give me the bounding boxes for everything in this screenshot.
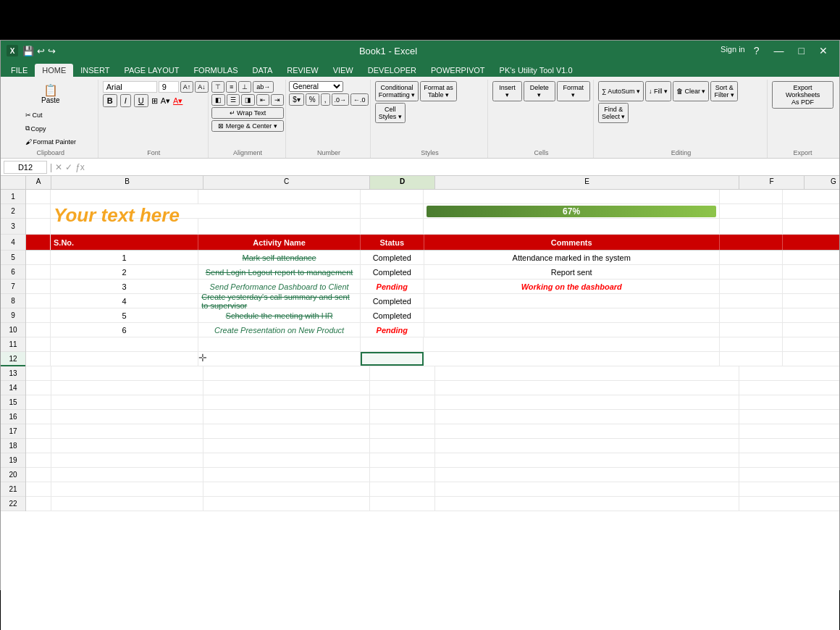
cell-b19[interactable] bbox=[51, 453, 203, 467]
cell-a2[interactable] bbox=[26, 204, 51, 218]
increase-font-button[interactable]: A↑ bbox=[180, 81, 194, 93]
cell-a6[interactable] bbox=[26, 265, 51, 279]
cell-d2-merged[interactable]: 67% bbox=[424, 204, 719, 218]
cell-f3[interactable] bbox=[720, 219, 784, 234]
cell-a3[interactable] bbox=[26, 219, 51, 234]
export-pdf-button[interactable]: Export WorksheetsAs PDF bbox=[772, 81, 833, 109]
cell-a12[interactable] bbox=[26, 352, 51, 366]
tab-developer[interactable]: DEVELOPER bbox=[361, 64, 424, 77]
cell-comment-2[interactable]: Report sent bbox=[424, 265, 720, 279]
cell-b2[interactable]: Your text here bbox=[51, 204, 361, 218]
merge-center-button[interactable]: ⊠ Merge & Center ▾ bbox=[211, 120, 284, 132]
undo-icon[interactable]: ↩ bbox=[37, 46, 45, 56]
cell-g11[interactable] bbox=[783, 337, 839, 351]
cell-sno-6[interactable]: 6 bbox=[51, 323, 198, 337]
cell-c14[interactable] bbox=[203, 381, 370, 395]
cell-f15[interactable] bbox=[739, 395, 805, 409]
cell-a8[interactable] bbox=[26, 294, 51, 308]
minimize-button[interactable]: — bbox=[768, 45, 790, 56]
tab-formulas[interactable]: FORMULAS bbox=[186, 64, 245, 77]
cell-b16[interactable] bbox=[51, 410, 203, 424]
cell-e15[interactable] bbox=[435, 395, 739, 409]
cell-status-1[interactable]: Completed bbox=[361, 251, 424, 264]
sign-in[interactable]: Sign in bbox=[721, 45, 745, 56]
cell-c11[interactable] bbox=[198, 337, 361, 351]
cell-g6[interactable] bbox=[783, 265, 839, 279]
cell-f7[interactable] bbox=[720, 280, 783, 293]
cell-g12[interactable] bbox=[783, 352, 839, 366]
cell-b15[interactable] bbox=[51, 395, 203, 409]
decrease-decimal-button[interactable]: ←.0 bbox=[350, 93, 369, 106]
italic-button[interactable]: I bbox=[120, 94, 131, 107]
cell-b18[interactable] bbox=[51, 439, 203, 453]
cell-g9[interactable] bbox=[783, 308, 839, 322]
tab-powerpivot[interactable]: POWERPIVOT bbox=[424, 64, 492, 77]
confirm-formula-icon[interactable]: ✓ bbox=[65, 162, 72, 172]
save-icon[interactable]: 💾 bbox=[22, 46, 34, 56]
format-painter-button[interactable]: 🖌Format Painter bbox=[22, 136, 80, 148]
cell-e11[interactable] bbox=[424, 337, 719, 351]
cell-comment-6[interactable] bbox=[424, 323, 720, 337]
cell-sno-5[interactable]: 5 bbox=[51, 308, 198, 322]
cell-e1[interactable] bbox=[424, 190, 719, 203]
cell-activity-5[interactable]: Schedule the meeting with HR bbox=[198, 308, 361, 322]
cell-d22[interactable] bbox=[370, 497, 435, 511]
cell-activity-3[interactable]: Send Performance Dashboard to Client bbox=[198, 280, 361, 293]
tab-review[interactable]: REVIEW bbox=[280, 64, 325, 77]
cell-g5[interactable] bbox=[783, 251, 839, 264]
cell-f22[interactable] bbox=[739, 497, 805, 511]
cell-c18[interactable] bbox=[203, 439, 370, 453]
cell-a21[interactable] bbox=[26, 482, 51, 496]
cell-sno-1[interactable]: 1 bbox=[51, 251, 198, 264]
cell-e17[interactable] bbox=[435, 424, 739, 438]
clear-button[interactable]: 🗑 Clear ▾ bbox=[673, 81, 710, 101]
cell-c19[interactable] bbox=[203, 453, 370, 467]
col-header-f[interactable]: F bbox=[739, 176, 805, 189]
cell-d17[interactable] bbox=[370, 424, 435, 438]
tab-view[interactable]: VIEW bbox=[326, 64, 361, 77]
cut-button[interactable]: ✂Cut bbox=[22, 109, 80, 121]
cell-f21[interactable] bbox=[739, 482, 805, 496]
cell-f6[interactable] bbox=[720, 265, 783, 279]
cell-d21[interactable] bbox=[370, 482, 435, 496]
delete-cells-button[interactable]: Delete ▾ bbox=[524, 81, 555, 101]
underline-button[interactable]: U bbox=[134, 94, 148, 107]
number-format-select[interactable]: General Number Currency Accounting Date … bbox=[289, 81, 343, 92]
cell-a19[interactable] bbox=[26, 453, 51, 467]
cell-c17[interactable] bbox=[203, 424, 370, 438]
cell-sno-2[interactable]: 2 bbox=[51, 265, 198, 279]
tab-pk-utility[interactable]: PK's Utility Tool V1.0 bbox=[492, 64, 580, 77]
cell-b11[interactable] bbox=[51, 337, 198, 351]
cell-c21[interactable] bbox=[203, 482, 370, 496]
cell-e12[interactable] bbox=[424, 352, 719, 366]
cell-d1[interactable] bbox=[361, 190, 424, 203]
cell-f12[interactable] bbox=[720, 352, 784, 366]
col-header-b[interactable]: B bbox=[51, 176, 203, 189]
cell-f8[interactable] bbox=[720, 294, 783, 308]
cell-b21[interactable] bbox=[51, 482, 203, 496]
cell-d14[interactable] bbox=[370, 381, 435, 395]
cell-e14[interactable] bbox=[435, 381, 739, 395]
cell-a16[interactable] bbox=[26, 410, 51, 424]
redo-icon[interactable]: ↪ bbox=[48, 46, 56, 56]
cell-f18[interactable] bbox=[739, 439, 805, 453]
cell-e13[interactable] bbox=[435, 366, 739, 380]
align-bottom-button[interactable]: ⊥ bbox=[238, 81, 251, 93]
indent-increase-button[interactable]: ⇥ bbox=[271, 94, 284, 106]
cell-activity-4[interactable]: Create yesterday's call summary and sent… bbox=[198, 294, 361, 308]
decrease-font-button[interactable]: A↓ bbox=[195, 81, 209, 93]
align-left-button[interactable]: ◧ bbox=[211, 94, 225, 106]
cell-comment-4[interactable] bbox=[424, 294, 720, 308]
paste-button[interactable]: 📋 Paste bbox=[35, 81, 67, 108]
cell-a9[interactable] bbox=[26, 308, 51, 322]
cell-d11[interactable] bbox=[361, 337, 424, 351]
tab-page-layout[interactable]: PAGE LAYOUT bbox=[117, 64, 186, 77]
header-cell-a4[interactable] bbox=[26, 235, 51, 250]
cell-a22[interactable] bbox=[26, 497, 51, 511]
cell-f11[interactable] bbox=[720, 337, 784, 351]
cell-a7[interactable] bbox=[26, 280, 51, 293]
cell-activity-1[interactable]: Mark self attendance bbox=[198, 251, 361, 264]
cell-e2[interactable] bbox=[720, 204, 783, 218]
insert-cells-button[interactable]: Insert ▾ bbox=[492, 81, 522, 101]
cell-d19[interactable] bbox=[370, 453, 435, 467]
